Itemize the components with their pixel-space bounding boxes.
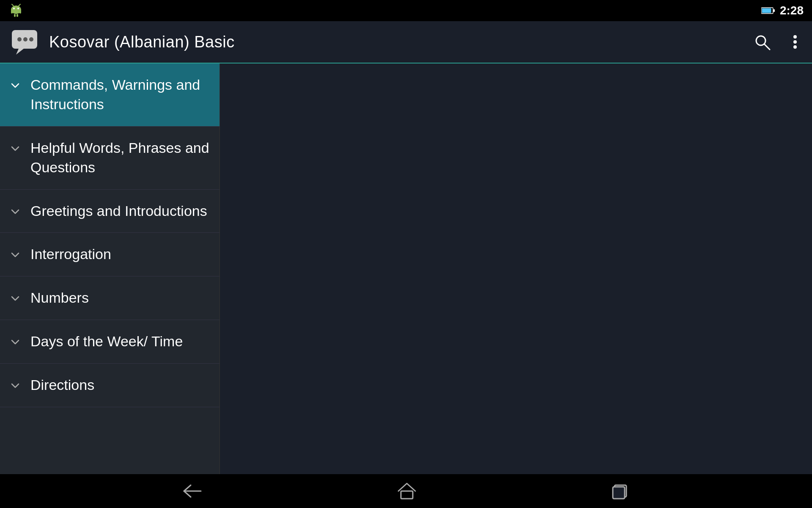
recents-icon bbox=[610, 482, 631, 500]
svg-point-2 bbox=[13, 8, 15, 9]
home-icon bbox=[397, 482, 417, 500]
right-panel bbox=[220, 64, 812, 474]
svg-rect-6 bbox=[11, 10, 13, 14]
chevron-down-icon-commands bbox=[7, 77, 24, 94]
sidebar-item-label-greetings: Greetings and Introductions bbox=[30, 202, 207, 221]
status-bar-left bbox=[8, 3, 24, 18]
more-vert-icon bbox=[792, 33, 798, 51]
sidebar-item-commands[interactable]: Commands, Warnings and Instructions bbox=[0, 64, 219, 127]
recents-button[interactable] bbox=[598, 478, 643, 505]
back-button[interactable] bbox=[169, 478, 216, 504]
svg-point-17 bbox=[29, 37, 33, 41]
bottom-nav bbox=[0, 474, 812, 508]
app-title: Kosovar (Albanian) Basic bbox=[49, 33, 749, 51]
svg-rect-9 bbox=[16, 14, 18, 17]
chevron-down-icon-greetings bbox=[7, 203, 24, 220]
sidebar-item-greetings[interactable]: Greetings and Introductions bbox=[0, 190, 219, 233]
android-icon bbox=[8, 3, 24, 18]
svg-marker-14 bbox=[16, 49, 24, 55]
app-bar: Kosovar (Albanian) Basic bbox=[0, 21, 812, 64]
svg-point-22 bbox=[793, 45, 797, 49]
chevron-down-icon-directions bbox=[7, 377, 24, 394]
svg-point-16 bbox=[23, 37, 27, 41]
svg-rect-24 bbox=[401, 491, 413, 499]
status-bar: 2:28 bbox=[0, 0, 812, 21]
home-button[interactable] bbox=[384, 478, 430, 505]
chevron-down-icon-days bbox=[7, 334, 24, 351]
svg-point-20 bbox=[793, 35, 797, 39]
svg-point-3 bbox=[17, 8, 19, 9]
sidebar: Commands, Warnings and Instructions Help… bbox=[0, 64, 220, 474]
app-logo bbox=[10, 27, 41, 57]
sidebar-item-label-commands: Commands, Warnings and Instructions bbox=[30, 75, 211, 114]
svg-line-19 bbox=[764, 44, 770, 50]
chevron-down-icon-helpful bbox=[7, 140, 24, 157]
svg-line-5 bbox=[19, 4, 20, 6]
back-icon bbox=[181, 483, 203, 500]
svg-rect-8 bbox=[14, 14, 16, 17]
svg-rect-1 bbox=[12, 9, 20, 13]
svg-line-4 bbox=[12, 4, 14, 6]
app-bar-icons bbox=[749, 29, 802, 55]
status-time: 2:28 bbox=[780, 4, 804, 17]
svg-rect-7 bbox=[19, 10, 21, 14]
sidebar-item-interrogation[interactable]: Interrogation bbox=[0, 233, 219, 276]
search-icon bbox=[753, 33, 771, 51]
svg-rect-11 bbox=[762, 8, 771, 13]
sidebar-item-label-days: Days of the Week/ Time bbox=[30, 332, 183, 351]
sidebar-item-numbers[interactable]: Numbers bbox=[0, 276, 219, 320]
chevron-down-icon-interrogation bbox=[7, 246, 24, 263]
battery-icon bbox=[761, 7, 775, 14]
main-content: Commands, Warnings and Instructions Help… bbox=[0, 64, 812, 474]
sidebar-item-directions[interactable]: Directions bbox=[0, 364, 219, 407]
sidebar-item-days[interactable]: Days of the Week/ Time bbox=[0, 320, 219, 364]
sidebar-item-label-interrogation: Interrogation bbox=[30, 245, 111, 264]
svg-point-15 bbox=[17, 37, 22, 41]
svg-point-21 bbox=[793, 40, 797, 44]
sidebar-item-label-numbers: Numbers bbox=[30, 288, 89, 308]
sidebar-item-label-helpful: Helpful Words, Phrases and Questions bbox=[30, 138, 211, 177]
sidebar-item-helpful[interactable]: Helpful Words, Phrases and Questions bbox=[0, 127, 219, 190]
search-button[interactable] bbox=[749, 29, 775, 55]
svg-rect-26 bbox=[613, 487, 625, 499]
status-bar-right: 2:28 bbox=[761, 4, 804, 17]
more-options-button[interactable] bbox=[788, 29, 802, 55]
svg-rect-12 bbox=[773, 9, 775, 12]
chevron-down-icon-numbers bbox=[7, 290, 24, 307]
sidebar-item-label-directions: Directions bbox=[30, 375, 94, 395]
